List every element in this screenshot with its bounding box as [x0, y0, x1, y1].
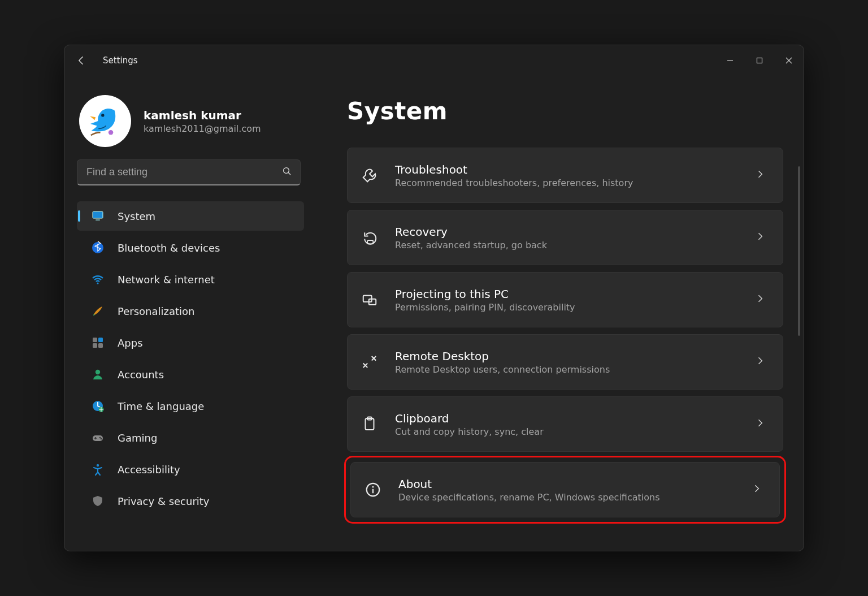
card-title: Remote Desktop — [395, 349, 739, 363]
chevron-right-icon — [751, 483, 762, 496]
card-projecting[interactable]: Projecting to this PCPermissions, pairin… — [347, 272, 783, 327]
apps-icon — [90, 335, 105, 350]
maximize-icon — [756, 57, 763, 64]
chevron-right-icon — [754, 169, 766, 182]
sidebar-item-label: Gaming — [118, 432, 157, 444]
titlebar-left: Settings — [68, 47, 138, 74]
svg-rect-0 — [757, 58, 762, 63]
svg-point-2 — [101, 114, 104, 116]
card-title: Troubleshoot — [395, 163, 739, 176]
close-icon — [785, 57, 792, 64]
avatar — [79, 95, 131, 147]
back-button[interactable] — [68, 47, 95, 74]
sidebar-item-privacy[interactable]: Privacy & security — [77, 486, 304, 516]
sidebar-item-system[interactable]: System — [77, 201, 304, 231]
maximize-button[interactable] — [745, 50, 774, 71]
clock-globe-icon — [90, 399, 105, 413]
app-title: Settings — [103, 55, 138, 66]
accessibility-icon — [90, 462, 105, 477]
shield-icon — [90, 494, 105, 508]
back-arrow-icon — [76, 55, 87, 66]
info-icon — [363, 480, 383, 499]
sidebar-item-accessibility[interactable]: Accessibility — [77, 455, 304, 484]
card-about[interactable]: AboutDevice specifications, rename PC, W… — [350, 462, 780, 517]
sidebar-item-label: Bluetooth & devices — [118, 242, 220, 254]
nav: SystemBluetooth & devicesNetwork & inter… — [77, 201, 304, 516]
minimize-button[interactable] — [715, 50, 745, 71]
search-icon — [282, 166, 292, 179]
sidebar-item-apps[interactable]: Apps — [77, 328, 304, 357]
profile-text: kamlesh kumar kamlesh2011@gmail.com — [144, 109, 261, 134]
chevron-right-icon — [754, 293, 766, 306]
sidebar-item-label: Time & language — [118, 400, 204, 412]
cards-list: TroubleshootRecommended troubleshooters,… — [347, 148, 783, 521]
card-title: Clipboard — [395, 412, 739, 425]
sidebar-item-network[interactable]: Network & internet — [77, 265, 304, 294]
sidebar-item-bluetooth[interactable]: Bluetooth & devices — [77, 233, 304, 262]
svg-point-3 — [108, 130, 113, 135]
avatar-bird-icon — [81, 97, 129, 145]
highlight-box: AboutDevice specifications, rename PC, W… — [347, 459, 783, 521]
sidebar-item-label: Apps — [118, 337, 143, 349]
card-desc: Device specifications, rename PC, Window… — [398, 492, 735, 503]
sidebar-item-label: Accounts — [118, 369, 164, 381]
monitor-icon — [90, 209, 105, 223]
search-wrap — [77, 159, 304, 185]
sidebar-item-label: System — [118, 210, 155, 222]
minimize-icon — [727, 57, 734, 64]
card-desc: Permissions, pairing PIN, discoverabilit… — [395, 302, 739, 313]
sidebar-item-personalize[interactable]: Personalization — [77, 296, 304, 326]
card-desc: Recommended troubleshooters, preferences… — [395, 178, 739, 188]
card-desc: Cut and copy history, sync, clear — [395, 426, 739, 437]
clipboard-icon — [360, 414, 379, 434]
search-input[interactable] — [86, 166, 274, 178]
card-text: AboutDevice specifications, rename PC, W… — [398, 477, 735, 503]
person-icon — [90, 367, 105, 382]
chevron-right-icon — [754, 355, 766, 369]
card-title: About — [398, 477, 735, 491]
page-title: System — [347, 97, 783, 125]
settings-window: Settings — [64, 45, 804, 551]
card-recovery[interactable]: RecoveryReset, advanced startup, go back — [347, 210, 783, 265]
card-text: TroubleshootRecommended troubleshooters,… — [395, 163, 739, 188]
card-title: Projecting to this PC — [395, 287, 739, 301]
sidebar-item-time-lang[interactable]: Time & language — [77, 391, 304, 421]
scrollbar-thumb[interactable] — [798, 166, 800, 336]
close-button[interactable] — [774, 50, 804, 71]
user-name: kamlesh kumar — [144, 109, 261, 122]
card-text: ClipboardCut and copy history, sync, cle… — [395, 412, 739, 437]
card-text: Remote DesktopRemote Desktop users, conn… — [395, 349, 739, 375]
search-box[interactable] — [77, 159, 301, 185]
card-desc: Remote Desktop users, connection permiss… — [395, 364, 739, 375]
window-controls — [715, 50, 804, 71]
bluetooth-icon — [90, 240, 105, 255]
sidebar: kamlesh kumar kamlesh2011@gmail.com Syst… — [64, 76, 315, 551]
titlebar: Settings — [64, 45, 804, 76]
wrench-icon — [360, 166, 379, 185]
sidebar-item-label: Privacy & security — [118, 495, 210, 507]
profile[interactable]: kamlesh kumar kamlesh2011@gmail.com — [77, 95, 304, 147]
card-remote[interactable]: Remote DesktopRemote Desktop users, conn… — [347, 334, 783, 390]
card-desc: Reset, advanced startup, go back — [395, 240, 739, 251]
svg-point-4 — [284, 167, 289, 173]
remote-icon — [360, 352, 379, 372]
sidebar-item-label: Network & internet — [118, 274, 215, 286]
gamepad-icon — [90, 430, 105, 445]
chevron-right-icon — [754, 231, 766, 244]
sidebar-item-label: Personalization — [118, 305, 194, 317]
main: System TroubleshootRecommended troublesh… — [315, 76, 804, 551]
card-text: Projecting to this PCPermissions, pairin… — [395, 287, 739, 313]
body: kamlesh kumar kamlesh2011@gmail.com Syst… — [64, 76, 804, 551]
card-title: Recovery — [395, 225, 739, 239]
user-email: kamlesh2011@gmail.com — [144, 123, 261, 134]
wifi-icon — [90, 272, 105, 287]
sidebar-item-gaming[interactable]: Gaming — [77, 423, 304, 452]
recovery-icon — [360, 228, 379, 247]
chevron-right-icon — [754, 417, 766, 431]
card-clipboard[interactable]: ClipboardCut and copy history, sync, cle… — [347, 396, 783, 452]
paintbrush-icon — [90, 304, 105, 318]
sidebar-item-accounts[interactable]: Accounts — [77, 360, 304, 389]
project-icon — [360, 290, 379, 309]
card-troubleshoot[interactable]: TroubleshootRecommended troubleshooters,… — [347, 148, 783, 203]
sidebar-item-label: Accessibility — [118, 464, 180, 476]
